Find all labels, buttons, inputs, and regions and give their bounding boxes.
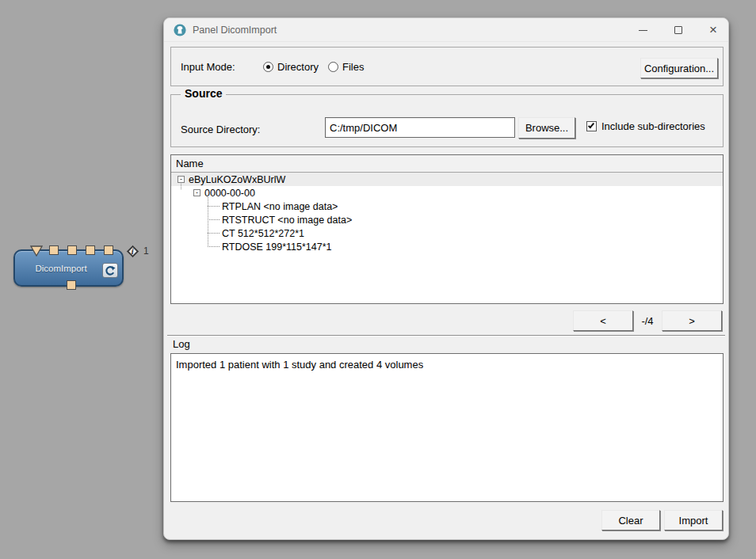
node-label: DicomImport: [21, 264, 101, 273]
input-mode-panel: Input Mode: Directory Files Configuratio…: [170, 47, 724, 86]
input-mode-label: Input Mode:: [181, 61, 263, 73]
tree-row[interactable]: - 0000-00-00: [171, 186, 723, 200]
radio-directory-label: Directory: [277, 61, 319, 73]
tree-row[interactable]: RTSTRUCT <no image data>: [171, 213, 723, 226]
action-buttons: Clear Import: [601, 510, 723, 530]
bottom-connector-icon[interactable]: [67, 280, 76, 290]
next-page-button[interactable]: >: [662, 310, 722, 331]
log-output[interactable]: Imported 1 patient with 1 study and crea…: [170, 353, 724, 502]
tree-item-label: eByLuKOZoWxBUrlW: [189, 174, 285, 185]
radio-selected-icon: [263, 62, 273, 72]
tree-item-label: RTSTRUCT <no image data>: [222, 215, 352, 226]
tree-row[interactable]: RTPLAN <no image data>: [171, 200, 723, 213]
tree-branch-line: [181, 184, 181, 189]
marker-count: 1: [143, 245, 149, 257]
include-subdirs-label: Include sub-directories: [601, 120, 705, 132]
reload-icon: [105, 265, 116, 276]
output-connector-icon[interactable]: [67, 245, 77, 255]
tree-row[interactable]: RTDOSE 199*115*147*1: [171, 240, 723, 253]
checkmark-icon: [588, 122, 594, 129]
separator: [167, 335, 725, 337]
output-connector-icon[interactable]: [104, 245, 113, 255]
mevislab-icon: [174, 24, 186, 36]
panel-window: Panel DicomImport × Input Mode: Director…: [163, 17, 729, 540]
tree-branch-line: [208, 219, 220, 220]
info-diamond-icon: i: [127, 245, 139, 258]
collapse-icon[interactable]: -: [178, 176, 185, 183]
include-subdirs-checkbox[interactable]: Include sub-directories: [586, 120, 705, 132]
radio-files-label: Files: [342, 61, 364, 73]
maximize-icon: [674, 26, 682, 34]
collapse-icon[interactable]: -: [193, 189, 200, 196]
output-connector-icon[interactable]: [49, 245, 59, 255]
source-group-title: Source: [181, 87, 226, 100]
tree-header-label: Name: [176, 158, 204, 169]
tree-item-label: CT 512*512*272*1: [222, 228, 304, 239]
tree-row[interactable]: - eByLuKOZoWxBUrlW: [171, 173, 723, 186]
radio-files[interactable]: Files: [328, 61, 364, 73]
desktop-background: DicomImport i 1 Panel DicomImport × Inpu…: [0, 0, 756, 559]
titlebar[interactable]: Panel DicomImport ×: [164, 18, 728, 42]
page-counter: -/4: [639, 315, 656, 327]
close-button[interactable]: ×: [701, 19, 726, 41]
tree-branch-line: [208, 246, 220, 247]
configuration-button[interactable]: Configuration...: [640, 58, 718, 78]
radio-directory[interactable]: Directory: [263, 61, 319, 73]
log-text: Imported 1 patient with 1 study and crea…: [176, 359, 423, 371]
radio-unselected-icon: [328, 62, 338, 72]
reload-button[interactable]: [102, 263, 118, 278]
tree-branch-line: [208, 233, 220, 234]
browse-button[interactable]: Browse...: [518, 117, 575, 139]
checkbox-box: [586, 121, 597, 131]
input-connector-triangle-icon[interactable]: [30, 245, 43, 257]
tree-item-label: RTDOSE 199*115*147*1: [222, 241, 332, 253]
source-group: Source Source Directory: Browse... Inclu…: [170, 94, 724, 147]
source-directory-input[interactable]: [325, 117, 515, 138]
window-title: Panel DicomImport: [193, 25, 277, 36]
pager: < -/4 >: [573, 310, 722, 331]
tree-branch-line: [208, 206, 220, 207]
minimize-button[interactable]: [630, 19, 655, 41]
clear-button[interactable]: Clear: [601, 510, 660, 530]
prev-page-button[interactable]: <: [573, 310, 633, 331]
source-directory-label: Source Directory:: [181, 124, 260, 135]
dicom-tree[interactable]: Name - eByLuKOZoWxBUrlW - 0000-00-00 RTP…: [170, 154, 724, 304]
dicomimport-node[interactable]: DicomImport: [13, 249, 124, 287]
import-button[interactable]: Import: [664, 510, 723, 530]
tree-header[interactable]: Name: [171, 155, 723, 173]
minimize-icon: [639, 30, 647, 31]
tree-item-label: RTPLAN <no image data>: [222, 201, 338, 212]
tree-row[interactable]: CT 512*512*272*1: [171, 226, 723, 240]
log-label: Log: [173, 338, 190, 350]
tree-item-label: 0000-00-00: [204, 188, 255, 199]
tree-branch-line: [208, 197, 208, 247]
output-connector-icon[interactable]: [86, 245, 95, 255]
maximize-button[interactable]: [666, 19, 691, 41]
